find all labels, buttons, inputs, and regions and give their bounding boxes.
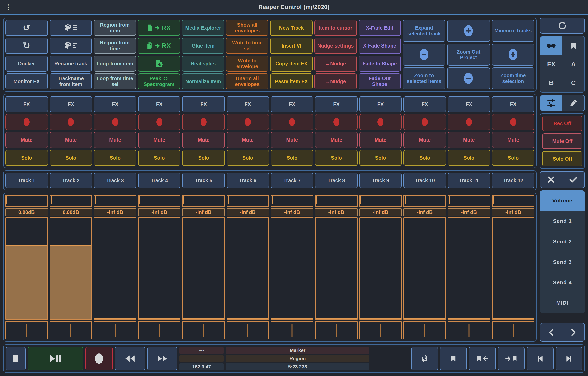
track-fx-button[interactable]: FX	[50, 96, 92, 112]
nudge-right-button[interactable]: →Nudge	[314, 73, 357, 89]
track-fx-button[interactable]: FX	[138, 96, 181, 112]
param-item[interactable]: Send 4	[540, 272, 585, 293]
volume-fader[interactable]	[94, 218, 136, 320]
redo-button[interactable]: ↻	[5, 38, 48, 54]
track-fx-button[interactable]: FX	[271, 96, 313, 112]
width-slider[interactable]	[404, 195, 446, 207]
track-record-arm-button[interactable]	[404, 114, 446, 130]
copy-item-fx-button[interactable]: Copy item FX	[270, 55, 312, 72]
track-mute-button[interactable]: Mute	[94, 132, 136, 148]
track-fx-button[interactable]: FX	[315, 96, 358, 112]
loop-from-time-sel-button[interactable]: Loop from time sel	[94, 73, 136, 89]
track-record-arm-button[interactable]	[315, 114, 358, 130]
volume-fader[interactable]	[227, 218, 269, 320]
track-name-button[interactable]: Track 2	[50, 173, 92, 188]
fade-in-shape-button[interactable]: Fade-In Shape	[359, 55, 401, 72]
track-mute-button[interactable]: Mute	[492, 132, 535, 148]
track-name-button[interactable]: Track 9	[359, 173, 402, 188]
param-item[interactable]: Send 3	[540, 252, 585, 272]
refresh-button[interactable]	[540, 18, 585, 34]
width-slider[interactable]	[227, 195, 269, 207]
zoom-in-vertical-button[interactable]	[447, 20, 490, 42]
pan-slider[interactable]	[315, 321, 358, 339]
expand-selected-track-button[interactable]: Expand selected track	[403, 20, 445, 42]
track-name-button[interactable]: Track 12	[492, 173, 535, 188]
new-track-button[interactable]: New Track	[270, 20, 312, 36]
pan-slider[interactable]	[227, 321, 269, 339]
track-name-button[interactable]: Track 7	[271, 173, 313, 188]
track-name-button[interactable]: Track 8	[315, 173, 358, 188]
width-slider[interactable]	[492, 195, 535, 207]
theme-menu-button[interactable]	[50, 20, 92, 36]
paste-item-fx-button[interactable]: Paste item FX	[270, 73, 312, 89]
track-record-arm-button[interactable]	[359, 114, 402, 130]
volume-fader[interactable]	[404, 218, 446, 320]
track-mute-button[interactable]: Mute	[448, 132, 490, 148]
rename-track-button[interactable]: Rename track	[50, 55, 92, 72]
zoom-time-selection-button[interactable]: Zoom time selection	[492, 67, 535, 89]
width-slider[interactable]	[182, 195, 225, 207]
volume-fader[interactable]	[315, 218, 358, 320]
param-item[interactable]: Send 1	[540, 211, 585, 231]
item-export-button[interactable]	[138, 55, 180, 72]
track-record-arm-button[interactable]	[271, 114, 313, 130]
loop-from-item-button[interactable]: Loop from item	[94, 55, 136, 72]
volume-fader[interactable]	[271, 218, 313, 320]
trackname-from-item-button[interactable]: Trackname from item	[50, 73, 92, 89]
item-to-cursor-button[interactable]: Item to cursor	[314, 20, 357, 36]
volume-fader[interactable]	[50, 218, 92, 320]
track-record-arm-button[interactable]	[50, 114, 92, 130]
track-solo-button[interactable]: Solo	[404, 150, 446, 166]
bank-next-button[interactable]	[562, 324, 584, 341]
volume-fader[interactable]	[138, 218, 181, 320]
volume-fader[interactable]	[5, 218, 48, 320]
width-slider[interactable]	[138, 195, 181, 207]
next-marker-button[interactable]	[498, 347, 525, 370]
track-name-button[interactable]: Track 4	[138, 173, 181, 188]
pan-slider[interactable]	[448, 321, 490, 339]
track-record-arm-button[interactable]	[492, 114, 535, 130]
zoom-out-horizontal-button[interactable]	[447, 67, 490, 89]
pan-slider[interactable]	[359, 321, 402, 339]
snapshot-b-cell[interactable]: B	[540, 73, 562, 92]
width-slider[interactable]	[315, 195, 358, 207]
track-solo-button[interactable]: Solo	[448, 150, 490, 166]
pan-slider[interactable]	[50, 321, 92, 339]
mask-mode-cell[interactable]	[540, 36, 562, 55]
prev-marker-button[interactable]	[469, 347, 496, 370]
add-marker-button[interactable]	[440, 347, 467, 370]
track-fx-button[interactable]: FX	[359, 96, 402, 112]
heal-splits-button[interactable]: Heal splits	[182, 55, 224, 72]
zoom-to-selected-items-button[interactable]: Zoom to selected items	[403, 67, 445, 89]
track-mute-button[interactable]: Mute	[5, 132, 48, 148]
track-mute-button[interactable]: Mute	[50, 132, 92, 148]
volume-fader[interactable]	[182, 218, 225, 320]
track-fx-button[interactable]: FX	[492, 96, 535, 112]
param-item[interactable]: MIDI	[540, 293, 585, 313]
show-all-envelopes-button[interactable]: Show all envelopes	[226, 20, 268, 36]
pan-slider[interactable]	[182, 321, 225, 339]
glue-item-button[interactable]: Glue item	[182, 38, 224, 54]
track-record-arm-button[interactable]	[448, 114, 490, 130]
go-to-end-button[interactable]	[556, 347, 582, 370]
width-slider[interactable]	[5, 195, 48, 207]
go-to-start-button[interactable]	[527, 347, 554, 370]
snapshot-fx-cell[interactable]: FX	[540, 55, 562, 74]
media-explorer-button[interactable]: Media Explorer	[182, 20, 224, 36]
width-slider[interactable]	[448, 195, 490, 207]
track-mute-button[interactable]: Mute	[138, 132, 181, 148]
track-name-button[interactable]: Track 10	[404, 173, 446, 188]
kebab-menu-icon[interactable]: ⋮	[5, 4, 12, 10]
width-slider[interactable]	[271, 195, 313, 207]
record-button[interactable]	[86, 347, 113, 370]
track-record-arm-button[interactable]	[182, 114, 225, 130]
width-slider[interactable]	[359, 195, 402, 207]
track-fx-button[interactable]: FX	[227, 96, 269, 112]
mute-off-button[interactable]: Mute Off	[542, 134, 582, 149]
volume-fader[interactable]	[359, 218, 402, 320]
rec-off-button[interactable]: Rec Off	[542, 116, 582, 131]
zoom-in-horizontal-button[interactable]	[492, 44, 535, 66]
region-from-item-button[interactable]: Region from item	[94, 20, 136, 36]
unarm-all-envelopes-button[interactable]: Unarm all envelopes	[226, 73, 268, 89]
track-mute-button[interactable]: Mute	[182, 132, 225, 148]
